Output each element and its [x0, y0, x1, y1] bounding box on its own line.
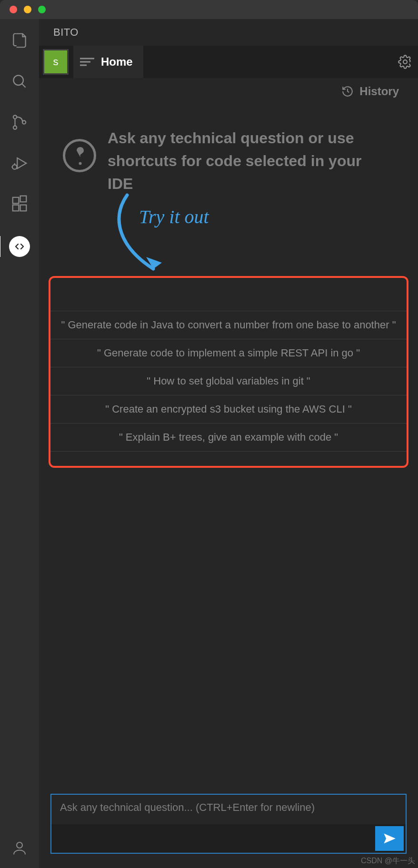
chat-input[interactable]	[60, 801, 397, 816]
window-titlebar	[0, 0, 418, 19]
question-mark-icon	[63, 139, 96, 172]
explorer-icon[interactable]	[10, 31, 29, 49]
hero: Ask any technical question or use shortc…	[39, 98, 418, 195]
svg-point-2	[13, 115, 17, 118]
arrow-annotation-icon	[101, 190, 172, 286]
watermark: CSDN @牛一头	[361, 856, 415, 866]
history-link[interactable]: History	[359, 85, 399, 98]
suggestion-item[interactable]: " Explain B+ trees, give an example with…	[50, 423, 407, 452]
send-icon	[383, 832, 396, 845]
try-it-out-annotation: Try it out	[39, 195, 418, 276]
svg-point-19	[79, 162, 82, 165]
bito-extension-icon[interactable]	[9, 236, 30, 257]
accounts-icon[interactable]	[11, 839, 28, 857]
svg-rect-10	[13, 197, 19, 204]
suggestions-box: " Generate code in Java to convert a num…	[49, 276, 408, 468]
user-avatar[interactable]: s	[43, 49, 69, 75]
svg-point-3	[13, 126, 17, 129]
svg-rect-12	[20, 205, 27, 211]
minimize-window-icon[interactable]	[24, 6, 31, 13]
close-window-icon[interactable]	[10, 6, 17, 13]
source-control-icon[interactable]	[10, 113, 29, 131]
avatar-letter: s	[53, 56, 59, 68]
suggestion-item[interactable]: " Create an encrypted s3 bucket using th…	[50, 395, 407, 424]
bito-panel: BITO s Home History Ask any technical qu…	[39, 19, 418, 868]
run-debug-icon[interactable]	[10, 154, 29, 172]
extensions-icon[interactable]	[10, 195, 29, 213]
tab-home-label: Home	[101, 55, 133, 69]
suggestion-item[interactable]: " Generate code to implement a simple RE…	[50, 339, 407, 367]
try-it-out-label: Try it out	[139, 206, 209, 228]
svg-marker-5	[17, 158, 26, 168]
suggestion-item[interactable]: " How to set global variables in git "	[50, 367, 407, 395]
svg-rect-13	[20, 196, 27, 202]
svg-line-1	[22, 84, 26, 88]
menu-lines-icon	[80, 57, 94, 67]
suggestion-item[interactable]: " Generate code in Java to convert a num…	[50, 311, 407, 339]
svg-point-14	[17, 842, 22, 848]
send-button[interactable]	[375, 826, 404, 851]
svg-point-0	[13, 75, 23, 85]
panel-title: BITO	[39, 19, 418, 46]
activity-bar	[0, 19, 39, 868]
svg-rect-11	[13, 205, 19, 211]
history-icon	[341, 85, 354, 98]
hero-text: Ask any technical question or use shortc…	[108, 127, 389, 195]
zoom-window-icon[interactable]	[38, 6, 46, 13]
tab-home[interactable]: Home	[73, 46, 143, 78]
svg-point-6	[12, 165, 17, 169]
svg-point-18	[403, 60, 407, 64]
chat-input-container	[50, 794, 407, 854]
search-icon[interactable]	[10, 72, 29, 90]
panel-toolbar: s Home	[39, 46, 418, 78]
settings-icon[interactable]	[398, 55, 412, 69]
